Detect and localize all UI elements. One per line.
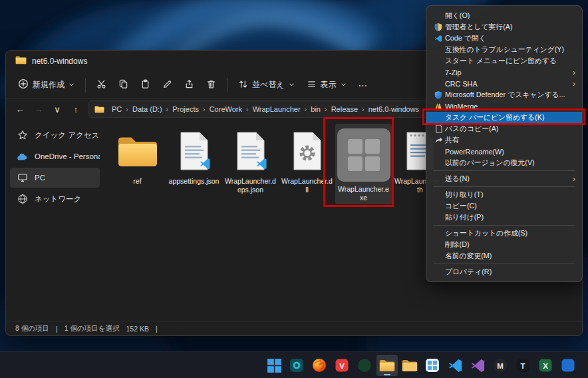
breadcrumb-item[interactable]: Data (D:) — [129, 104, 166, 114]
sort-button[interactable]: 並べ替え — [233, 75, 300, 95]
breadcrumb-item[interactable]: Projects — [169, 104, 202, 114]
rename-icon — [162, 79, 172, 91]
context-menu-item[interactable]: 貼り付け(P) — [426, 212, 582, 223]
file-name: WrapLauncher.exe — [335, 184, 392, 204]
breadcrumb-item[interactable]: PC — [108, 104, 125, 114]
defender-icon — [432, 91, 445, 99]
context-menu-item[interactable]: 削除(D) — [426, 239, 582, 250]
selection-size: 152 KB — [126, 325, 149, 333]
folder-app-icon[interactable] — [399, 355, 420, 376]
breadcrumb-item[interactable]: CoreWork — [206, 104, 245, 114]
share-button[interactable] — [179, 75, 200, 95]
breadcrumb-separator: › — [202, 105, 206, 113]
cut-button[interactable] — [91, 75, 112, 95]
breadcrumb-item[interactable]: bin — [307, 104, 324, 114]
context-menu-item[interactable]: WinMerge — [426, 100, 582, 112]
green-app-icon[interactable] — [354, 355, 375, 376]
window-title: net6.0-windows — [32, 57, 87, 66]
exe-file-icon — [337, 126, 391, 184]
context-menu-item[interactable]: 開く(O) — [426, 10, 582, 21]
sidebar-item-quick-access[interactable]: クイック アクセス — [10, 125, 100, 145]
menu-item-label: 送る(N) — [445, 174, 573, 184]
file-name: appsettings.json — [167, 176, 221, 188]
context-menu-item[interactable]: タスク バーにピン留めする(K) — [426, 112, 582, 123]
chevron-down-icon — [341, 81, 347, 90]
sidebar-item-label: ネットワーク — [35, 194, 81, 204]
rename-button[interactable] — [157, 75, 178, 95]
file-tile[interactable]: WrapLauncher.dll — [279, 124, 335, 196]
breadcrumb-item[interactable]: Release — [328, 104, 361, 114]
status-divider: | — [56, 325, 58, 333]
status-bar: 8 個の項目 | 1 個の項目を選択 152 KB | — [6, 321, 582, 335]
taskbar: VMTX — [0, 351, 588, 378]
sidebar-item-onedrive[interactable]: OneDrive - Personal — [10, 146, 100, 166]
context-menu-item[interactable]: プロパティ(R) — [426, 266, 582, 278]
file-tile[interactable]: WrapLauncher.deps.json — [222, 124, 279, 196]
file-tile[interactable]: WrapLauncher.exe — [335, 124, 392, 204]
sort-button-label: 並べ替え — [252, 79, 285, 91]
menu-item-label: タスク バーにピン留めする(K) — [445, 113, 575, 122]
excel-icon[interactable]: X — [535, 355, 556, 376]
menu-item-label: 削除(D) — [445, 240, 575, 250]
file-explorer-icon[interactable] — [376, 355, 398, 376]
copy-path-icon — [432, 124, 445, 133]
copy-button[interactable] — [113, 75, 134, 95]
menu-item-label: 以前のバージョンの復元(V) — [445, 158, 575, 168]
menu-item-label: 共有 — [445, 136, 575, 145]
menu-item-label: コピー(C) — [445, 202, 575, 211]
context-menu-item[interactable]: Microsoft Defender でスキャンする... — [426, 89, 582, 100]
breadcrumb-item[interactable]: WrapLauncher — [249, 104, 304, 114]
context-menu-item[interactable]: 7-Zip› — [426, 67, 582, 78]
menu-item-label: 互換性のトラブルシューティング(Y) — [445, 45, 575, 55]
blue-app-icon[interactable] — [557, 355, 579, 376]
m-app-icon[interactable]: M — [490, 355, 511, 376]
taskbar-icons: VMTX — [263, 352, 579, 378]
context-menu: 開く(O)管理者として実行(A)Code で開く互換性のトラブルシューティング(… — [426, 5, 583, 282]
vivaldi-icon[interactable]: V — [331, 355, 353, 376]
breadcrumb-separator: › — [324, 105, 328, 113]
firefox-icon[interactable] — [309, 355, 330, 376]
file-tile[interactable]: appsettings.json — [166, 124, 222, 188]
context-menu-item[interactable]: パスのコピー(A) — [426, 123, 582, 134]
context-menu-item[interactable]: 送る(N)› — [426, 173, 582, 184]
sidebar-item-label: クイック アクセス — [35, 130, 99, 140]
star-icon — [17, 130, 28, 140]
file-name: WrapLauncher.deps.json — [222, 176, 279, 196]
t-app-icon[interactable]: T — [512, 355, 533, 376]
context-menu-item[interactable]: 切り取り(T) — [426, 189, 582, 200]
breadcrumb-separator: › — [245, 105, 249, 113]
forward-button[interactable]: → — [30, 101, 47, 117]
context-menu-item[interactable]: 互換性のトラブルシューティング(Y) — [426, 44, 582, 55]
context-menu-item[interactable]: CRC SHA› — [426, 78, 582, 89]
sidebar-item-network[interactable]: ネットワーク — [10, 189, 100, 209]
back-button[interactable]: ← — [11, 101, 29, 117]
context-menu-item[interactable]: ショートカットの作成(S) — [426, 228, 582, 239]
visual-studio-icon[interactable] — [467, 355, 488, 376]
context-menu-item[interactable]: PowerRename(W) — [426, 146, 582, 157]
new-button[interactable]: 新規作成 — [13, 75, 80, 95]
context-menu-item[interactable]: 管理者として実行(A) — [426, 21, 582, 33]
context-menu-item[interactable]: 共有 — [426, 134, 582, 146]
context-menu-item[interactable]: 名前の変更(M) — [426, 250, 582, 262]
vscode-icon[interactable] — [444, 355, 466, 376]
context-menu-item[interactable]: 以前のバージョンの復元(V) — [426, 157, 582, 168]
svg-text:T: T — [520, 362, 525, 370]
teams-chat-icon[interactable] — [286, 355, 307, 376]
breadcrumb-item[interactable]: net6.0-windows — [365, 104, 422, 114]
sidebar-item-pc[interactable]: PC — [10, 168, 100, 188]
more-options-button[interactable]: ⋯ — [353, 76, 374, 94]
context-menu-item[interactable]: コピー(C) — [426, 200, 582, 212]
paste-button[interactable] — [135, 75, 156, 95]
forward-icon: → — [35, 104, 43, 114]
phone-link-icon[interactable] — [422, 355, 443, 376]
history-button[interactable]: ∨ — [49, 101, 66, 117]
uac-shield-icon — [432, 23, 445, 31]
start-button[interactable] — [263, 355, 285, 376]
svg-text:M: M — [497, 362, 504, 370]
context-menu-item[interactable]: Code で開く — [426, 33, 582, 44]
file-tile[interactable]: ref — [109, 124, 166, 188]
up-button[interactable]: ↑ — [67, 101, 84, 117]
delete-button[interactable] — [201, 75, 221, 95]
context-menu-item[interactable]: スタート メニューにピン留めする — [426, 55, 582, 67]
view-button[interactable]: 表示 — [301, 75, 352, 95]
